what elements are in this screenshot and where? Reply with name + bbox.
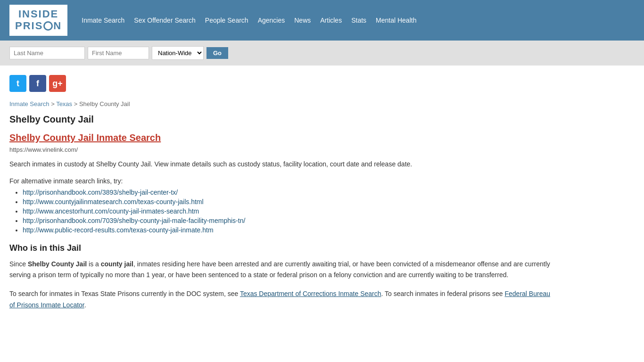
nav-sex-offender-search[interactable]: Sex Offender Search xyxy=(134,16,195,24)
nav-inmate-search[interactable]: Inmate Search xyxy=(82,16,124,24)
who-section-title: Who is in this Jail xyxy=(9,243,556,253)
url-display: https://www.vinelink.com/ xyxy=(9,146,556,153)
main-heading: Shelby County Jail Inmate Search xyxy=(9,132,556,143)
breadcrumb-inmate-search[interactable]: Inmate Search xyxy=(9,100,50,107)
alt-link-2[interactable]: http://www.countyjailinmatesearch.com/te… xyxy=(23,198,204,206)
state-select[interactable]: Nation-Wide Texas California Florida New… xyxy=(152,46,204,60)
main-content: t f g+ Inmate Search > Texas > Shelby Co… xyxy=(0,66,566,328)
alt-link-5[interactable]: http://www.public-record-results.com/tex… xyxy=(23,226,214,234)
page-title: Shelby County Jail xyxy=(9,114,556,125)
list-item: http://www.countyjailinmatesearch.com/te… xyxy=(23,198,556,206)
nav-agencies[interactable]: Agencies xyxy=(258,16,285,24)
breadcrumb: Inmate Search > Texas > Shelby County Ja… xyxy=(9,100,556,107)
alt-links-intro: For alternative inmate search links, try… xyxy=(9,177,556,185)
logo-pris: PRIS xyxy=(15,20,43,32)
main-nav: Inmate Search Sex Offender Search People… xyxy=(82,16,416,24)
first-name-input[interactable] xyxy=(88,47,149,59)
breadcrumb-sep1: > xyxy=(51,100,56,107)
nav-people-search[interactable]: People Search xyxy=(205,16,248,24)
shelby-bold: Shelby County Jail xyxy=(28,260,87,268)
gplus-icon[interactable]: g+ xyxy=(49,75,66,92)
facebook-icon[interactable]: f xyxy=(29,75,46,92)
alt-links-list: http://prisonhandbook.com/3893/shelby-ja… xyxy=(23,189,556,234)
county-jail-bold: county jail xyxy=(101,260,133,268)
twitter-icon[interactable]: t xyxy=(9,75,26,92)
breadcrumb-texas[interactable]: Texas xyxy=(56,100,72,107)
alt-link-3[interactable]: http://www.ancestorhunt.com/county-jail-… xyxy=(23,207,199,215)
breadcrumb-current: Shelby County Jail xyxy=(79,100,130,107)
logo-circle-icon xyxy=(43,21,53,31)
logo-n: N xyxy=(53,20,62,32)
who-body-1: Since Shelby County Jail is a county jai… xyxy=(9,259,556,281)
list-item: http://www.ancestorhunt.com/county-jail-… xyxy=(23,207,556,215)
go-button[interactable]: Go xyxy=(206,47,228,59)
doc-search-post: . xyxy=(84,301,86,309)
doc-search-link[interactable]: Texas Department of Corrections Inmate S… xyxy=(240,290,381,297)
list-item: http://prisonhandbook.com/7039/shelby-co… xyxy=(23,217,556,224)
nav-mental-health[interactable]: Mental Health xyxy=(376,16,416,24)
nav-stats[interactable]: Stats xyxy=(351,16,366,24)
main-description: Search inmates in custody at Shelby Coun… xyxy=(9,159,556,169)
doc-search-pre: To search for inmates in Texas State Pri… xyxy=(9,290,240,297)
alt-link-1[interactable]: http://prisonhandbook.com/3893/shelby-ja… xyxy=(23,189,178,196)
alt-link-4[interactable]: http://prisonhandbook.com/7039/shelby-co… xyxy=(23,217,245,224)
main-heading-link[interactable]: Shelby County Jail Inmate Search xyxy=(9,132,161,143)
breadcrumb-sep2: > xyxy=(74,100,79,107)
logo-bottom-text: PRISN xyxy=(15,20,62,32)
nav-news[interactable]: News xyxy=(294,16,311,24)
site-logo[interactable]: INSIDE PRISN xyxy=(9,5,67,36)
search-bar: Nation-Wide Texas California Florida New… xyxy=(0,41,644,66)
social-icons: t f g+ xyxy=(9,75,556,92)
last-name-input[interactable] xyxy=(9,47,85,59)
logo-top-text: INSIDE xyxy=(15,8,62,20)
who-body-2: To search for inmates in Texas State Pri… xyxy=(9,288,556,311)
nav-articles[interactable]: Articles xyxy=(320,16,342,24)
list-item: http://prisonhandbook.com/3893/shelby-ja… xyxy=(23,189,556,196)
list-item: http://www.public-record-results.com/tex… xyxy=(23,226,556,234)
doc-search-mid: . To search inmates in federal prisons s… xyxy=(381,290,504,297)
site-header: INSIDE PRISN Inmate Search Sex Offender … xyxy=(0,0,644,41)
